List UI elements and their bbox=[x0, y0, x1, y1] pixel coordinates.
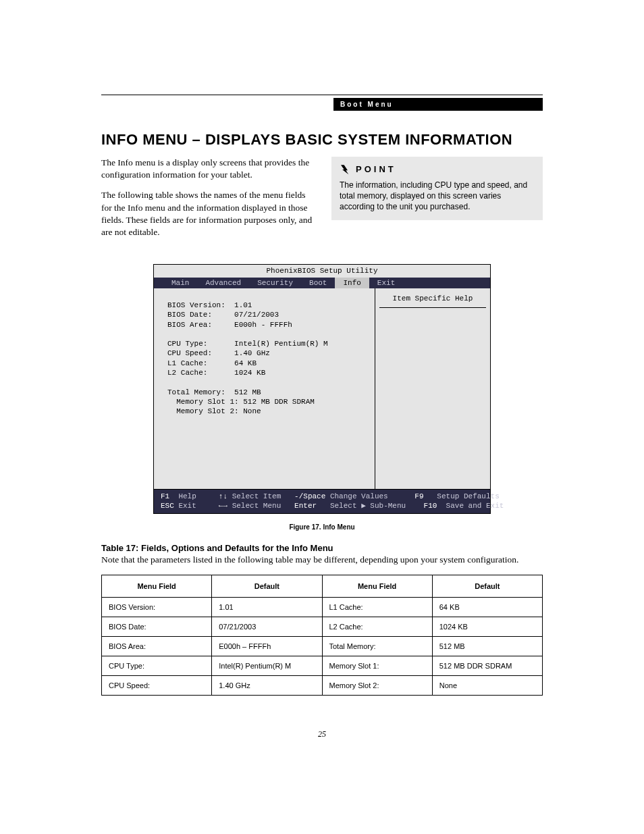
bios-key: F10 bbox=[424, 502, 437, 510]
page-number: 25 bbox=[0, 729, 644, 739]
bios-screenshot: PhoenixBIOS Setup Utility Main Advanced … bbox=[153, 264, 491, 513]
bios-field-label: BIOS Area: bbox=[167, 321, 212, 329]
bios-field-value: Intel(R) Pentium(R) M bbox=[234, 340, 328, 348]
bios-tab-advanced: Advanced bbox=[197, 278, 249, 288]
cell-field: CPU Speed: bbox=[102, 675, 212, 695]
bios-field-value: 1.40 GHz bbox=[234, 349, 270, 357]
table-row: CPU Type: Intel(R) Pentium(R) M Memory S… bbox=[102, 656, 543, 675]
bios-help-title: Item Specific Help bbox=[379, 294, 486, 308]
top-rule bbox=[101, 95, 543, 95]
bios-field-value: None bbox=[243, 407, 261, 415]
bios-key: ←→ bbox=[219, 502, 227, 510]
bios-tab-info: Info bbox=[335, 278, 369, 288]
bios-field-label: Memory Slot 2: bbox=[176, 407, 238, 415]
bios-key: -/Space bbox=[294, 492, 325, 500]
bios-key: F1 bbox=[161, 492, 169, 500]
cell-default: E000h – FFFFh bbox=[212, 636, 322, 656]
cell-field: Memory Slot 1: bbox=[322, 656, 432, 675]
intro-p2: The following table shows the names of t… bbox=[101, 189, 313, 238]
cell-field: BIOS Area: bbox=[102, 636, 212, 656]
cell-default: Intel(R) Pentium(R) M bbox=[212, 656, 322, 675]
bios-tab-security: Security bbox=[249, 278, 301, 288]
info-table: Menu Field Default Menu Field Default BI… bbox=[101, 575, 543, 696]
bios-field-label: Memory Slot 1: bbox=[176, 398, 238, 406]
table-title: Table 17: Fields, Options and Defaults f… bbox=[101, 543, 543, 553]
running-head: Boot Menu bbox=[333, 98, 543, 111]
cell-field: Memory Slot 2: bbox=[322, 675, 432, 695]
cell-default: 512 MB DDR SDRAM bbox=[432, 656, 542, 675]
bios-field-label: L1 Cache: bbox=[167, 359, 207, 367]
bios-field-value: 512 MB DDR SDRAM bbox=[243, 398, 315, 406]
table-row: CPU Speed: 1.40 GHz Memory Slot 2: None bbox=[102, 675, 543, 695]
cell-default: 64 KB bbox=[432, 597, 542, 617]
cell-field: L1 Cache: bbox=[322, 597, 432, 617]
bios-key-label: Select Item bbox=[232, 492, 281, 500]
bios-key-label: Change Values bbox=[330, 492, 388, 500]
intro-column: The Info menu is a display only screens … bbox=[101, 157, 313, 246]
cell-default: 512 MB bbox=[432, 636, 542, 656]
bios-field-label: CPU Speed: bbox=[167, 349, 212, 357]
bios-tab-boot: Boot bbox=[301, 278, 335, 288]
th-menu-field: Menu Field bbox=[102, 575, 212, 597]
figure-caption: Figure 17. Info Menu bbox=[101, 523, 543, 531]
bios-title: PhoenixBIOS Setup Utility bbox=[154, 265, 490, 277]
bios-field-value: 1024 KB bbox=[234, 369, 265, 377]
cell-default: 1024 KB bbox=[432, 617, 542, 636]
bios-field-label: BIOS Date: bbox=[167, 311, 212, 319]
cell-field: CPU Type: bbox=[102, 656, 212, 675]
bios-field-label: BIOS Version: bbox=[167, 301, 225, 309]
th-default: Default bbox=[212, 575, 322, 597]
cell-field: L2 Cache: bbox=[322, 617, 432, 636]
bios-main-panel: BIOS Version: 1.01 BIOS Date: 07/21/2003… bbox=[154, 288, 375, 489]
bios-field-value: 1.01 bbox=[234, 301, 252, 309]
bios-key: ↑↓ bbox=[219, 492, 227, 500]
bios-key-label: Select Menu bbox=[232, 502, 281, 510]
point-icon bbox=[340, 164, 350, 175]
bios-key-label: Exit bbox=[178, 502, 196, 510]
bios-tab-main: Main bbox=[163, 278, 197, 288]
cell-field: BIOS Date: bbox=[102, 617, 212, 636]
cell-default: None bbox=[432, 675, 542, 695]
bios-field-value: 512 MB bbox=[234, 388, 261, 396]
bios-key-label: Setup Defaults bbox=[437, 492, 499, 500]
bios-help-panel: Item Specific Help bbox=[375, 288, 490, 489]
bios-key-label: Save and Exit bbox=[446, 502, 504, 510]
cell-field: Total Memory: bbox=[322, 636, 432, 656]
cell-field: BIOS Version: bbox=[102, 597, 212, 617]
cell-default: 07/21/2003 bbox=[212, 617, 322, 636]
bios-key: Enter bbox=[294, 502, 317, 510]
point-label: POINT bbox=[356, 163, 396, 176]
bios-tab-exit: Exit bbox=[369, 278, 403, 288]
bios-field-value: E000h - FFFFh bbox=[234, 321, 292, 329]
point-callout: POINT The information, including CPU typ… bbox=[331, 157, 543, 220]
th-menu-field: Menu Field bbox=[322, 575, 432, 597]
table-row: BIOS Version: 1.01 L1 Cache: 64 KB bbox=[102, 597, 543, 617]
bios-field-value: 07/21/2003 bbox=[234, 311, 279, 319]
th-default: Default bbox=[432, 575, 542, 597]
bios-key: ESC bbox=[161, 502, 174, 510]
bios-field-label: L2 Cache: bbox=[167, 369, 207, 377]
table-row: BIOS Date: 07/21/2003 L2 Cache: 1024 KB bbox=[102, 617, 543, 636]
table-note: Note that the parameters listed in the f… bbox=[101, 554, 543, 565]
bios-key: F9 bbox=[414, 492, 423, 500]
bios-field-label: Total Memory: bbox=[167, 388, 225, 396]
point-body: The information, including CPU type and … bbox=[340, 180, 535, 213]
table-row: BIOS Area: E000h – FFFFh Total Memory: 5… bbox=[102, 636, 543, 656]
bios-field-label: CPU Type: bbox=[167, 340, 207, 348]
bios-key-label: Help bbox=[178, 492, 196, 500]
intro-p1: The Info menu is a display only screens … bbox=[101, 157, 313, 181]
cell-default: 1.40 GHz bbox=[212, 675, 322, 695]
cell-default: 1.01 bbox=[212, 597, 322, 617]
page-title: INFO MENU – DISPLAYS BASIC SYSTEM INFORM… bbox=[101, 131, 543, 149]
bios-footer: F1 Help ↑↓ Select Item -/Space Change Va… bbox=[154, 490, 490, 513]
bios-tab-bar: Main Advanced Security Boot Info Exit bbox=[154, 278, 490, 288]
bios-field-value: 64 KB bbox=[234, 359, 257, 367]
bios-key-label: Select ▶ Sub-Menu bbox=[330, 502, 406, 510]
